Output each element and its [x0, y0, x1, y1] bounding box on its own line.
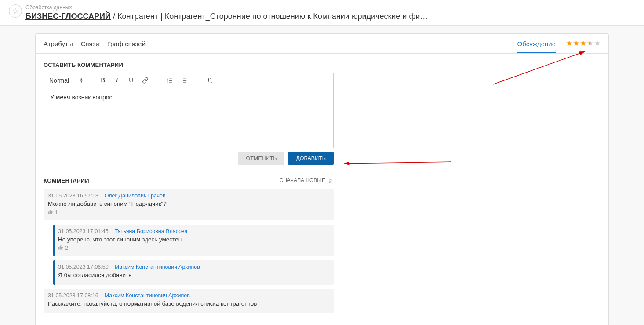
comment-timestamp: 31.05.2023 17:06:50 [58, 264, 109, 270]
unordered-list-button[interactable] [179, 76, 189, 85]
star-half-icon: ★ [587, 39, 593, 48]
link-icon [142, 77, 149, 84]
italic-button[interactable]: I [112, 76, 122, 85]
bold-button[interactable]: B [98, 76, 108, 85]
comment-author-link[interactable]: Олег Данилович Грачев [105, 193, 166, 199]
breadcrumb: БИЗНЕС-ГЛОССАРИЙ / Контрагент | Контраге… [25, 11, 428, 22]
comments-list: 31.05.2023 16:57:13Олег Данилович Грачев… [44, 189, 600, 313]
header-divider [0, 25, 644, 26]
format-select[interactable]: Normal ▲▼ [49, 77, 83, 84]
comment-timestamp: 31.05.2023 17:08:16 [48, 292, 98, 299]
compose-title: ОСТАВИТЬ КОММЕНТАРИЙ [44, 62, 600, 68]
format-label: Normal [49, 77, 69, 84]
comment-body: Можно ли добавить синоним "Подрядчик"? [48, 201, 329, 207]
tab-graph[interactable]: Граф связей [107, 34, 146, 53]
breadcrumb-root-link[interactable]: БИЗНЕС-ГЛОССАРИЙ [25, 12, 111, 21]
comment-body: Расскажите, пожалуйста, о нормативной ба… [48, 300, 329, 307]
star-icon: ★ [573, 39, 579, 48]
tabs-row: Атрибуты Связи Граф связей Обсуждение ★ … [36, 34, 608, 54]
star-icon: ★ [580, 39, 586, 48]
star-outline-icon: ☆ [12, 7, 19, 16]
editor-toolbar: Normal ▲▼ B I U Tx [44, 73, 333, 88]
breadcrumb-trail: / Контрагент | Контрагент_Сторонние по о… [111, 12, 428, 21]
content-card: Атрибуты Связи Граф связей Обсуждение ★ … [35, 33, 609, 325]
editor-textarea[interactable]: У меня возник вопрос [44, 88, 333, 148]
svg-point-1 [182, 80, 182, 81]
page-header: ☆ Обработка данных БИЗНЕС-ГЛОССАРИЙ / Ко… [0, 0, 644, 25]
submit-button[interactable]: ДОБАВИТЬ [288, 152, 334, 165]
comment-editor: Normal ▲▼ B I U Tx [44, 73, 334, 148]
tab-attributes[interactable]: Атрибуты [44, 34, 73, 53]
clear-format-icon: Tx [207, 77, 210, 84]
clear-format-button[interactable]: Tx [204, 76, 213, 85]
comment-author-link[interactable]: Татьяна Борисовна Власова [115, 228, 188, 234]
tab-discussion[interactable]: Обсуждение [517, 34, 556, 53]
comment-timestamp: 31.05.2023 16:57:13 [48, 193, 98, 199]
link-button[interactable] [140, 76, 150, 85]
comment-item: 31.05.2023 17:06:50Максим Константинович… [53, 260, 334, 285]
ordered-list-button[interactable] [165, 76, 175, 85]
comment-timestamp: 31.05.2023 17:01:45 [58, 228, 109, 234]
like-count: 1 [55, 209, 58, 215]
sort-label: СНАЧАЛА НОВЫЕ [279, 177, 325, 183]
comment-item: 31.05.2023 17:01:45Татьяна Борисовна Вла… [53, 225, 334, 256]
underline-button[interactable]: U [126, 76, 136, 85]
unordered-list-icon [181, 77, 187, 84]
comment-author-link[interactable]: Максим Константинович Архипов [115, 264, 200, 270]
like-count: 2 [65, 245, 68, 251]
comments-sort[interactable]: СНАЧАЛА НОВЫЕ [279, 177, 334, 183]
comment-body: Не уверена, что этот синоним здесь умест… [58, 236, 329, 243]
like-button[interactable]: 1 [48, 209, 58, 216]
comment-body: Я бы согласился добавить [58, 272, 329, 278]
thumbs-up-icon [58, 245, 63, 252]
category-label: Обработка данных [25, 4, 428, 11]
tab-links[interactable]: Связи [81, 34, 99, 53]
ordered-list-icon [167, 77, 173, 84]
svg-point-0 [182, 79, 182, 80]
sort-icon [328, 178, 334, 183]
updown-caret-icon: ▲▼ [80, 78, 83, 83]
comments-title: КОММЕНТАРИИ [44, 177, 89, 184]
comment-author-link[interactable]: Максим Константинович Архипов [105, 292, 190, 299]
thumbs-up-icon [48, 209, 53, 216]
svg-point-2 [182, 82, 182, 83]
favorite-toggle[interactable]: ☆ [9, 4, 22, 18]
comment-item: 31.05.2023 17:08:16Максим Константинович… [44, 289, 334, 313]
rating-stars[interactable]: ★ ★ ★ ★ ★ [566, 39, 600, 48]
star-icon: ★ [566, 39, 572, 48]
comment-item: 31.05.2023 16:57:13Олег Данилович Грачев… [44, 189, 334, 220]
star-empty-icon: ★ [594, 39, 600, 48]
cancel-button[interactable]: ОТМЕНИТЬ [238, 152, 284, 165]
like-button[interactable]: 2 [58, 245, 68, 252]
